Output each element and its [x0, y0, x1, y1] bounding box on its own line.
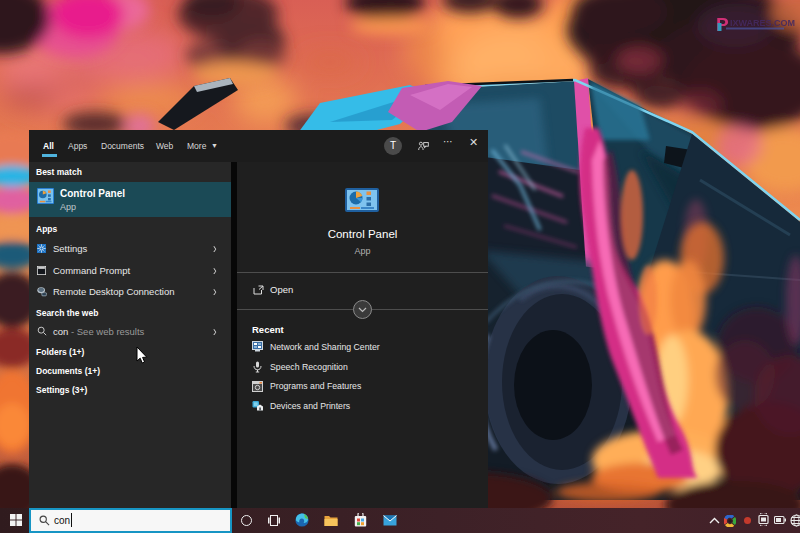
svg-text:IXWARES.COM: IXWARES.COM — [730, 18, 795, 28]
